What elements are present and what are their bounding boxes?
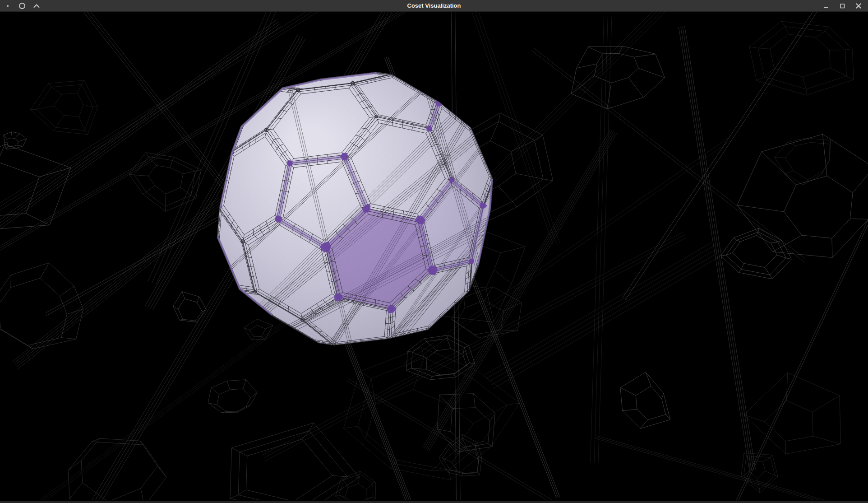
window-border: [0, 501, 868, 503]
titlebar-left-icons: [4, 2, 41, 10]
close-button[interactable]: [854, 2, 863, 10]
viewport-3d[interactable]: [0, 12, 868, 500]
window-title: Coset Visualization: [0, 0, 868, 12]
app-window: Coset Visualization: [0, 0, 868, 503]
app-dot-icon: [4, 2, 12, 10]
maximize-button[interactable]: [838, 2, 846, 10]
minimize-button[interactable]: [822, 2, 830, 10]
chevron-up-icon[interactable]: [32, 2, 41, 10]
titlebar[interactable]: Coset Visualization: [0, 0, 868, 12]
window-controls: [822, 2, 864, 10]
circle-icon[interactable]: [18, 2, 26, 10]
